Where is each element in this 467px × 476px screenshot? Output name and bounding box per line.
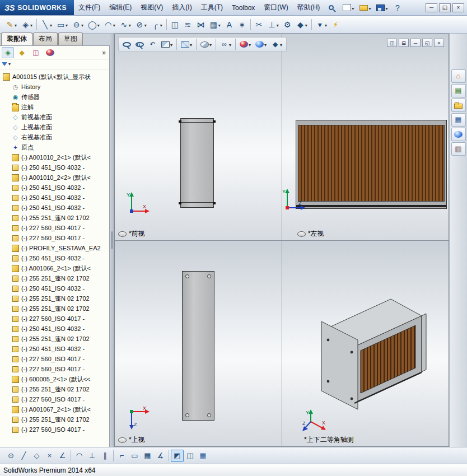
tree-item[interactable]: (-) 227 560_ISO 4017 - — [0, 394, 109, 404]
toolbar-button[interactable] — [176, 39, 177, 50]
chevron-down-icon[interactable] — [50, 21, 52, 29]
tree-item[interactable]: (-) 255 251_蓬N 02 1702 — [0, 334, 109, 344]
close-document-button[interactable]: × — [434, 39, 444, 47]
sketch-button[interactable]: ✎ — [3, 18, 19, 31]
model-isometric-view[interactable] — [321, 268, 433, 419]
offset-entities-tool[interactable]: ≋ — [181, 18, 194, 31]
grid-snap[interactable]: ▦ — [141, 450, 154, 462]
chevron-down-icon[interactable] — [160, 21, 162, 29]
panel-overflow-button[interactable]: » — [102, 49, 108, 57]
menu-item[interactable]: 编辑(E) — [105, 0, 136, 15]
chevron-down-icon[interactable] — [325, 21, 327, 29]
chevron-down-icon[interactable] — [305, 21, 307, 29]
chevron-down-icon[interactable] — [249, 40, 251, 48]
tree-item[interactable]: (-) 227 560_ISO 4017 - — [0, 364, 109, 374]
3d-view-mode-button[interactable]: ◩ — [171, 450, 184, 462]
quick-snap-perpendicular[interactable]: ⊥ — [86, 450, 99, 462]
ellipse-tool[interactable]: ⊘ — [133, 18, 149, 31]
solidworks-resources-button[interactable]: ⌂ — [451, 69, 466, 83]
quick-snap-quadrant[interactable]: ◇ — [30, 450, 43, 462]
new-document-button[interactable] — [340, 2, 356, 14]
display-style-button[interactable] — [198, 39, 214, 50]
smart-dimension-button[interactable]: ◈ — [19, 18, 35, 31]
trim-entities-tool[interactable]: ✂ — [253, 18, 265, 31]
line-tool[interactable]: ╲ — [39, 18, 54, 31]
configurationmanager-tab[interactable]: ◫ — [30, 47, 42, 58]
chevron-down-icon[interactable] — [280, 40, 282, 48]
filter-icon[interactable] — [2, 62, 7, 66]
chevron-down-icon[interactable] — [352, 4, 354, 12]
chevron-down-icon[interactable] — [15, 21, 17, 29]
chevron-down-icon[interactable] — [368, 4, 371, 12]
quick-snaps-button[interactable]: ◆ — [294, 18, 310, 31]
tree-item[interactable]: (-) 255 251_蓬N 02 1702 — [0, 414, 109, 424]
quick-snap-nearest[interactable]: ∠ — [56, 450, 69, 462]
tree-item[interactable]: (-) 250 451_ISO 4032 - — [0, 162, 109, 172]
convert-entities-tool[interactable]: ◫ — [169, 18, 181, 31]
instant3d-button[interactable]: ⚡ — [329, 18, 342, 31]
menu-item[interactable]: 插入(I) — [167, 0, 196, 15]
hide-show-items-button[interactable]: ∞ — [218, 38, 233, 50]
tree-item[interactable]: + 原点 — [0, 142, 109, 152]
quick-snap-tangent[interactable]: ◠ — [73, 450, 86, 462]
sketch-fillet-tool[interactable]: ╭ — [149, 18, 165, 31]
toolbar-button[interactable] — [169, 450, 169, 461]
section-view-button[interactable] — [159, 39, 175, 50]
tree-item[interactable]: (-) 227 560_ISO 4017 - — [0, 233, 109, 243]
toolbar-button[interactable] — [36, 19, 37, 30]
grid-table-button[interactable]: ▦ — [197, 450, 209, 462]
quick-snap-length[interactable]: ▭ — [128, 450, 141, 462]
toolbar-button[interactable] — [71, 450, 71, 461]
tree-item[interactable]: 注解 — [0, 102, 109, 112]
sketch-text-tool[interactable]: A — [223, 18, 236, 31]
tree-item[interactable]: (-) 227 560_ISO 4017 - — [0, 314, 109, 324]
zoom-area-button[interactable] — [133, 40, 146, 49]
mirror-entities-tool[interactable]: ⋈ — [194, 18, 207, 31]
tree-item[interactable]: (-) A001067_2<1> (默认< — [0, 404, 109, 414]
chevron-down-icon[interactable] — [209, 40, 212, 48]
chevron-down-icon[interactable] — [113, 21, 115, 29]
featuremanager-tree-tab[interactable]: ◈ — [2, 47, 14, 58]
restore-window-button[interactable]: ◱ — [439, 3, 451, 12]
chevron-down-icon[interactable] — [170, 40, 172, 48]
filter-dropdown-caret[interactable]: ▾ — [8, 62, 11, 67]
close-window-button[interactable]: × — [452, 3, 464, 12]
quick-snap-hv[interactable]: ⌐ — [115, 450, 128, 462]
circle-tool[interactable]: ◯ — [86, 18, 102, 31]
quick-snap-parallel[interactable]: ∥ — [99, 450, 111, 462]
toolbar-button[interactable] — [196, 39, 197, 50]
chevron-down-icon[interactable] — [218, 21, 221, 29]
chevron-down-icon[interactable] — [144, 21, 147, 29]
tree-item[interactable]: (-) 250 451_ISO 4032 - — [0, 253, 109, 263]
tree-item[interactable]: (-) A001066_2<1> (默认< — [0, 263, 109, 273]
toolbar-button[interactable] — [250, 19, 251, 30]
tree-item[interactable]: (-) 255 251_蓬N 02 1702 — [0, 273, 109, 283]
panel-splitter[interactable] — [110, 34, 114, 447]
tree-item[interactable]: (-) PROFILY_SESTAVA_EA2 — [0, 243, 109, 253]
toolbar-button[interactable] — [216, 39, 216, 50]
tree-item[interactable]: (-) 250 451_ISO 4032 - — [0, 203, 109, 213]
view-palette-button[interactable]: ▦ — [451, 113, 466, 127]
view-orientation-button[interactable] — [179, 39, 194, 50]
display-delete-relations-button[interactable]: ⊥ — [265, 18, 281, 31]
tree-item[interactable]: (-) A001010_2<2> (默认< — [0, 172, 109, 183]
appearances-scenes-button[interactable] — [451, 128, 466, 141]
chevron-down-icon[interactable] — [81, 21, 83, 29]
apply-scene-button[interactable] — [253, 39, 269, 50]
chevron-down-icon[interactable] — [129, 21, 131, 29]
spline-tool[interactable]: ∿ — [118, 18, 133, 31]
displaymanager-tab[interactable] — [44, 47, 56, 58]
tree-item[interactable]: (-) 250 451_ISO 4032 - — [0, 283, 109, 293]
tree-item[interactable]: (-) 255 251_蓬N 02 1702 — [0, 384, 109, 394]
menu-item[interactable]: 视图(V) — [136, 0, 167, 15]
zoom-fit-button[interactable] — [120, 40, 133, 49]
tile-right-button[interactable]: ⊟ — [399, 39, 409, 47]
quick-snap-point[interactable]: ⊙ — [4, 450, 17, 462]
angle-snap[interactable]: ∡ — [154, 450, 167, 462]
quick-snap-intersection[interactable]: × — [43, 450, 56, 462]
chevron-down-icon[interactable] — [66, 21, 68, 29]
search-icon[interactable] — [324, 0, 338, 15]
save-document-button[interactable] — [374, 2, 390, 14]
chevron-down-icon[interactable] — [277, 21, 279, 29]
chevron-down-icon[interactable] — [264, 40, 267, 48]
